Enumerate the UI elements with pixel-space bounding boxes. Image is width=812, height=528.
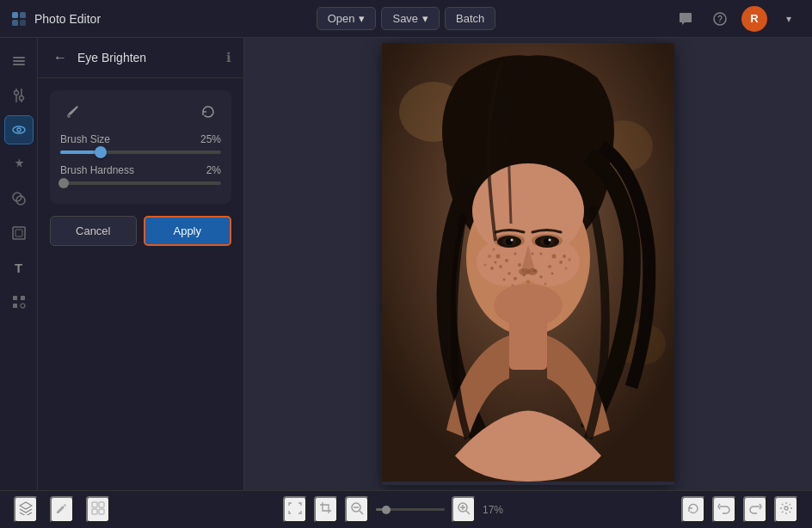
edit-bottom-icon[interactable]	[50, 496, 74, 523]
sidebar-icons: T	[0, 38, 38, 490]
svg-rect-20	[15, 230, 22, 236]
svg-point-24	[21, 304, 25, 308]
svg-point-47	[496, 255, 501, 259]
svg-point-25	[67, 114, 71, 118]
topbar-right: ? R ▾	[495, 6, 802, 32]
open-button[interactable]: Open ▾	[317, 7, 377, 30]
app-title: Photo Editor	[34, 12, 101, 26]
help-icon-button[interactable]: ?	[707, 6, 733, 32]
panel-header: ← Eye Brighten ℹ	[38, 38, 243, 78]
svg-text:?: ?	[717, 15, 723, 24]
zoom-out-button[interactable]	[345, 496, 369, 523]
svg-rect-79	[92, 509, 97, 514]
brush-size-row: Brush Size 25%	[60, 133, 221, 154]
svg-rect-80	[99, 509, 104, 514]
more-options-button[interactable]: ▾	[776, 6, 802, 32]
svg-point-70	[568, 258, 571, 261]
svg-rect-1	[20, 12, 26, 18]
panel: ← Eye Brighten ℹ	[38, 38, 244, 490]
info-icon[interactable]: ℹ	[226, 50, 231, 65]
svg-point-10	[19, 96, 23, 101]
svg-point-67	[493, 249, 495, 251]
svg-point-63	[514, 277, 517, 280]
svg-point-40	[511, 239, 514, 242]
fit-view-button[interactable]	[283, 496, 307, 523]
avatar[interactable]: R	[741, 6, 767, 32]
svg-point-68	[488, 255, 491, 258]
undo-button[interactable]	[712, 496, 736, 523]
reset-button[interactable]	[681, 496, 705, 523]
bottombar-left	[14, 496, 110, 523]
svg-point-49	[499, 265, 502, 268]
apply-button[interactable]: Apply	[144, 216, 232, 246]
chat-icon-button[interactable]	[673, 6, 698, 32]
sidebar-item-effects[interactable]	[4, 184, 34, 213]
sidebar-item-filters[interactable]	[4, 150, 34, 179]
brush-hardness-value: 2%	[206, 164, 221, 176]
grid-bottom-icon[interactable]	[86, 496, 110, 523]
back-button[interactable]: ←	[50, 48, 71, 67]
save-chevron-icon: ▾	[422, 12, 428, 25]
reset-brush-button[interactable]	[195, 99, 221, 125]
brush-hardness-thumb[interactable]	[58, 178, 69, 188]
text-icon: T	[15, 261, 22, 275]
brush-size-label: Brush Size	[60, 133, 110, 145]
svg-point-50	[514, 253, 517, 255]
topbar-left: Photo Editor	[10, 10, 317, 28]
svg-point-71	[565, 267, 568, 270]
svg-point-62	[532, 253, 534, 255]
redo-button[interactable]	[743, 496, 767, 523]
crop-button[interactable]	[314, 496, 338, 523]
zoom-in-button[interactable]	[452, 496, 476, 523]
svg-rect-77	[92, 502, 97, 507]
svg-line-87	[466, 511, 470, 514]
svg-point-44	[549, 239, 551, 242]
svg-rect-6	[13, 57, 25, 58]
svg-point-58	[540, 253, 543, 255]
sidebar-item-adjustments[interactable]	[4, 81, 34, 110]
save-button[interactable]: Save ▾	[381, 7, 440, 30]
svg-point-53	[495, 261, 497, 264]
svg-rect-78	[99, 502, 104, 507]
panel-body: Brush Size 25% Brush Hardness 2%	[38, 78, 243, 490]
brush-size-value: 25%	[200, 133, 221, 145]
photo-canvas	[382, 43, 674, 482]
sidebar-item-export[interactable]	[4, 287, 34, 316]
batch-button[interactable]: Batch	[445, 7, 495, 30]
sidebar-item-text[interactable]: T	[4, 253, 34, 282]
brush-size-track[interactable]	[60, 150, 221, 154]
layers-bottom-icon[interactable]	[14, 496, 38, 523]
svg-point-56	[559, 261, 563, 264]
svg-point-16	[17, 128, 21, 132]
svg-rect-8	[13, 64, 25, 65]
svg-point-9	[14, 91, 18, 95]
svg-rect-23	[13, 304, 17, 308]
svg-rect-76	[509, 318, 547, 370]
svg-point-88	[784, 507, 788, 510]
save-label: Save	[392, 12, 418, 25]
svg-rect-3	[20, 20, 26, 26]
brush-size-thumb[interactable]	[95, 146, 107, 158]
topbar: Photo Editor Open ▾ Save ▾ Batch ? R	[0, 0, 812, 38]
zoom-slider-thumb[interactable]	[382, 506, 391, 514]
zoom-slider[interactable]	[376, 508, 445, 511]
svg-rect-21	[13, 296, 17, 300]
sidebar-item-frames[interactable]	[4, 218, 34, 248]
sidebar-item-retouch[interactable]	[4, 115, 34, 144]
brush-controls: Brush Size 25% Brush Hardness 2%	[50, 90, 231, 204]
svg-rect-0	[12, 12, 18, 18]
sidebar-item-layers[interactable]	[4, 46, 34, 76]
cancel-button[interactable]: Cancel	[50, 216, 137, 246]
brush-hardness-track[interactable]	[60, 181, 221, 185]
brush-tool-button[interactable]	[60, 99, 86, 125]
canvas-area	[244, 38, 812, 490]
svg-point-60	[533, 269, 537, 273]
svg-point-54	[490, 267, 494, 270]
svg-point-48	[505, 259, 508, 262]
panel-actions: Cancel Apply	[50, 216, 231, 246]
topbar-center: Open ▾ Save ▾ Batch	[317, 7, 496, 30]
avatar-initials: R	[750, 12, 758, 25]
open-label: Open	[328, 12, 355, 25]
settings-button[interactable]	[774, 496, 798, 523]
svg-point-65	[503, 279, 506, 281]
